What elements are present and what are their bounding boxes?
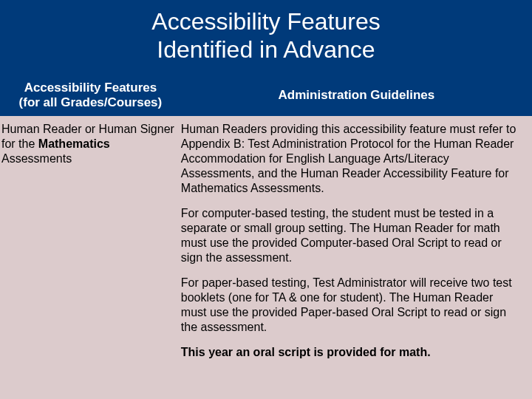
guidelines-cell: Human Readers providing this accessibili…	[181, 116, 532, 366]
accessibility-features-table: Accessibility Features (for all Grades/C…	[0, 75, 532, 366]
guidelines-paragraph-3: For paper-based testing, Test Administra…	[181, 276, 522, 335]
table-header-row: Accessibility Features (for all Grades/C…	[0, 75, 532, 116]
title-line-2: Identified in Advance	[0, 35, 532, 64]
slide-title-bar: Accessibility Features Identified in Adv…	[0, 0, 532, 75]
feature-text-bold: Mathematics	[38, 137, 110, 150]
guidelines-paragraph-2: For computer-based testing, the student …	[181, 206, 522, 265]
header-features-line1: Accessibility Features	[24, 81, 157, 95]
feature-cell: Human Reader or Human Signer for the Mat…	[0, 116, 181, 366]
guidelines-paragraph-1: Human Readers providing this accessibili…	[181, 122, 522, 196]
header-guidelines-cell: Administration Guidelines	[181, 75, 532, 116]
feature-text-suffix: Assessments	[1, 152, 72, 165]
title-line-1: Accessibility Features	[0, 7, 532, 35]
header-features-cell: Accessibility Features (for all Grades/C…	[0, 75, 181, 116]
guidelines-paragraph-4: This year an oral script is provided for…	[181, 345, 522, 360]
table-row: Human Reader or Human Signer for the Mat…	[0, 116, 532, 366]
header-features-line2: (for all Grades/Courses)	[19, 95, 163, 109]
